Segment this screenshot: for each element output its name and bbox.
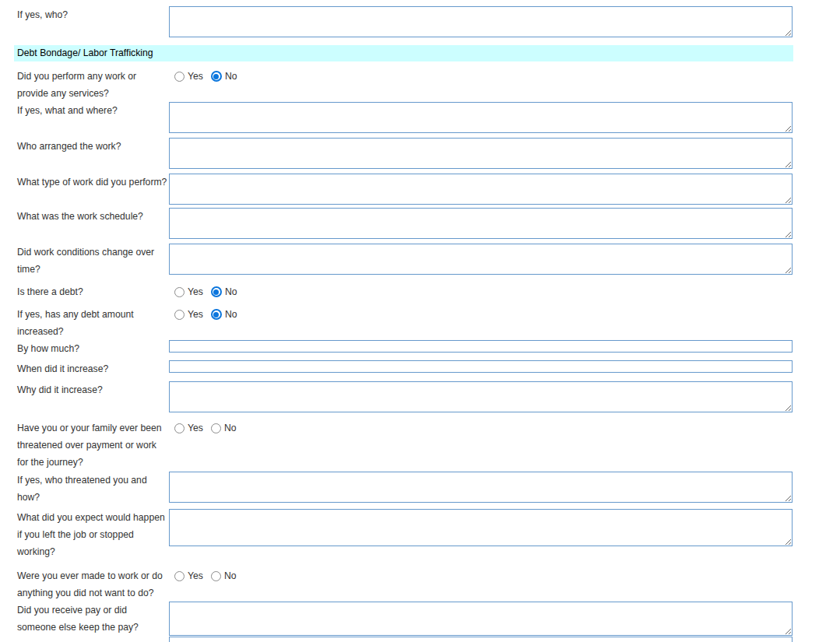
field-label: If yes, has any debt amount increased? <box>17 306 169 340</box>
trafficking-intake-form: If yes, who? Debt Bondage/ Labor Traffic… <box>0 0 793 642</box>
field-control: Yes No <box>169 306 793 323</box>
yes-radio-label: Yes <box>188 306 203 323</box>
form-row-threatened: Have you or your family ever been threat… <box>17 419 793 471</box>
form-row-when-increase: When did it increase? <box>17 360 793 377</box>
form-row-made-to-work: Were you ever made to work or do anythin… <box>17 567 793 602</box>
by-how-much-input[interactable] <box>169 340 793 353</box>
yes-radio[interactable] <box>174 310 185 320</box>
form-row-is-there-debt: Is there a debt? Yes No <box>17 283 793 300</box>
field-label: Have you or your family ever been threat… <box>17 419 169 471</box>
field-control <box>169 340 793 353</box>
yes-radio-label: Yes <box>188 283 203 300</box>
no-radio-label: No <box>225 306 237 323</box>
partial-bottom-textarea[interactable] <box>169 637 793 642</box>
yes-radio-label: Yes <box>188 567 203 584</box>
radio-group: Yes No <box>169 567 793 584</box>
no-radio-label: No <box>224 419 237 437</box>
form-row-type-of-work: What type of work did you perform? <box>17 174 793 205</box>
field-label: If yes, who? <box>17 6 169 23</box>
work-schedule-textarea[interactable] <box>169 208 793 239</box>
form-row-what-and-where: If yes, what and where? <box>17 102 793 133</box>
conditions-change-textarea[interactable] <box>169 244 793 275</box>
section-header-debt-bondage: Debt Bondage/ Labor Trafficking <box>14 45 793 61</box>
no-radio[interactable] <box>211 286 222 297</box>
field-label: Is there a debt? <box>17 283 169 300</box>
field-control <box>169 138 793 169</box>
field-label: What was the work schedule? <box>17 208 169 225</box>
field-label: When did it increase? <box>17 360 169 377</box>
form-row-if-yes-who: If yes, who? <box>17 6 793 37</box>
yes-radio[interactable] <box>174 287 185 297</box>
no-radio[interactable] <box>211 309 222 320</box>
expect-happen-textarea[interactable] <box>169 509 793 546</box>
field-control: Yes No <box>169 419 793 437</box>
field-control <box>169 208 793 239</box>
field-control <box>169 637 793 642</box>
field-control <box>169 102 793 133</box>
field-label: Did you receive pay or did someone else … <box>17 602 169 636</box>
form-row-work-schedule: What was the work schedule? <box>17 208 793 239</box>
form-row-perform-work: Did you perform any work or provide any … <box>17 68 793 102</box>
yes-radio-label: Yes <box>188 68 203 85</box>
no-radio-label: No <box>225 283 237 300</box>
radio-group: Yes No <box>169 306 793 323</box>
form-row-why-increase: Why did it increase? <box>17 381 793 412</box>
yes-radio[interactable] <box>174 571 185 581</box>
form-row-debt-increased: If yes, has any debt amount increased? Y… <box>17 306 793 340</box>
radio-group: Yes No <box>169 419 793 437</box>
field-control: Yes No <box>169 283 793 300</box>
when-increase-input[interactable] <box>169 360 793 373</box>
no-radio-label: No <box>225 68 237 85</box>
field-control <box>169 602 793 636</box>
field-control <box>169 6 793 37</box>
field-label: What did you expect would happen if you … <box>17 509 169 560</box>
why-increase-textarea[interactable] <box>169 381 793 412</box>
field-control <box>169 509 793 546</box>
field-control: Yes No <box>169 68 793 85</box>
field-label: Were you ever made to work or do anythin… <box>17 567 169 602</box>
no-radio[interactable] <box>211 571 221 581</box>
yes-radio[interactable] <box>174 423 185 433</box>
form-row-who-arranged: Who arranged the work? <box>17 138 793 169</box>
form-row-by-how-much: By how much? <box>17 340 793 357</box>
receive-pay-textarea[interactable] <box>169 602 793 636</box>
who-arranged-textarea[interactable] <box>169 138 793 169</box>
field-control <box>169 360 793 373</box>
field-control <box>169 244 793 275</box>
radio-group: Yes No <box>169 68 793 85</box>
field-label: If yes, who threatened you and how? <box>17 472 169 506</box>
field-label: Did you perform any work or provide any … <box>17 68 169 102</box>
form-row-receive-pay: Did you receive pay or did someone else … <box>17 602 793 636</box>
field-control <box>169 472 793 503</box>
form-row-who-threatened: If yes, who threatened you and how? <box>17 472 793 506</box>
field-label: If yes, what and where? <box>17 102 169 119</box>
type-of-work-textarea[interactable] <box>169 174 793 205</box>
no-radio[interactable] <box>211 423 221 433</box>
who-threatened-textarea[interactable] <box>169 472 793 503</box>
no-radio-label: No <box>224 567 237 584</box>
field-label: What type of work did you perform? <box>17 174 169 191</box>
yes-radio-label: Yes <box>188 419 203 437</box>
field-label: By how much? <box>17 340 169 357</box>
field-label: Who arranged the work? <box>17 138 169 155</box>
form-row-partial-bottom <box>17 637 793 642</box>
field-label: Why did it increase? <box>17 381 169 398</box>
what-and-where-textarea[interactable] <box>169 102 793 133</box>
field-control <box>169 174 793 205</box>
no-radio[interactable] <box>211 71 222 82</box>
yes-radio[interactable] <box>174 72 185 82</box>
form-row-expect-happen: What did you expect would happen if you … <box>17 509 793 560</box>
field-control <box>169 381 793 412</box>
field-label: Did work conditions change over time? <box>17 244 169 278</box>
if-yes-who-textarea[interactable] <box>169 6 793 37</box>
form-row-conditions-change: Did work conditions change over time? <box>17 244 793 278</box>
radio-group: Yes No <box>169 283 793 300</box>
field-control: Yes No <box>169 567 793 584</box>
